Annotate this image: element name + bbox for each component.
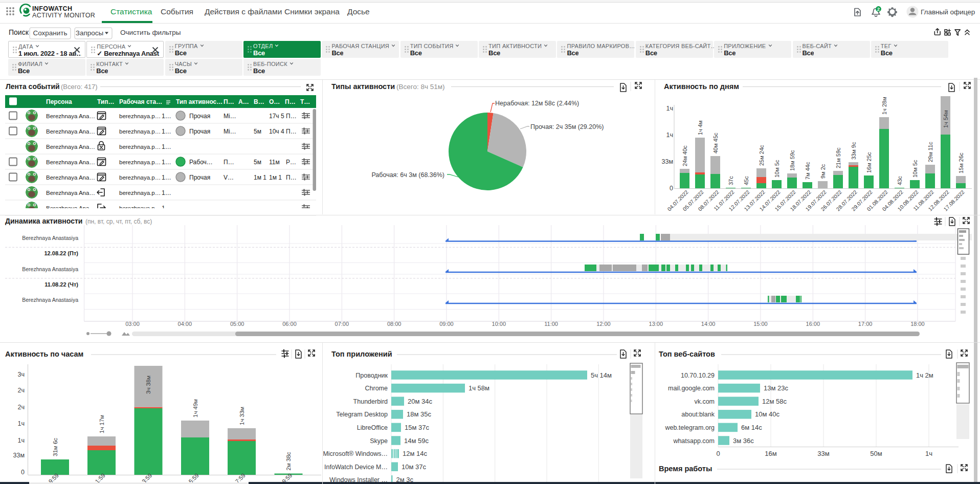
- svg-text:16м: 16м: [765, 450, 776, 457]
- svg-text:12:00: 12:00: [596, 321, 611, 327]
- svg-text:Microsoft® Windows…: Microsoft® Windows…: [323, 450, 388, 457]
- svg-text:24м 40с: 24м 40с: [682, 145, 688, 166]
- svg-text:Mi…: Mi…: [224, 113, 236, 120]
- svg-text:web.telegram.org: web.telegram.org: [664, 424, 715, 431]
- svg-text:10м 37с: 10м 37с: [402, 463, 426, 471]
- svg-text:Досье: Досье: [347, 7, 370, 16]
- svg-text:Топ приложений: Топ приложений: [331, 350, 392, 358]
- svg-text:Прочая: Прочая: [189, 113, 210, 120]
- svg-text:05:00: 05:00: [230, 321, 244, 327]
- svg-text:Тип активнос…: Тип активнос…: [176, 98, 222, 105]
- svg-text:12.08.22 (Пт): 12.08.22 (Пт): [44, 250, 79, 256]
- svg-text:berezhnaya.p…: berezhnaya.p…: [119, 174, 161, 181]
- svg-text:6м 14с: 6м 14с: [741, 424, 762, 431]
- svg-text:П…: П…: [224, 159, 234, 166]
- svg-text:П…: П…: [286, 113, 297, 120]
- svg-text:31м 6с: 31м 6с: [52, 438, 58, 456]
- svg-text:1ч 4м: 1ч 4м: [697, 120, 703, 135]
- svg-text:14м 59с: 14м 59с: [404, 437, 429, 445]
- svg-text:2: 2: [877, 6, 880, 12]
- svg-text:Нерабочая: 12м 58с (2.44%): Нерабочая: 12м 58с (2.44%): [495, 100, 579, 107]
- svg-text:Сохранить: Сохранить: [33, 29, 67, 37]
- svg-text:10.70.10.29: 10.70.10.29: [681, 372, 715, 379]
- svg-text:5м: 5м: [254, 128, 261, 135]
- svg-text:20м 34с: 20м 34с: [408, 398, 432, 405]
- svg-text:37с: 37с: [728, 176, 734, 185]
- svg-text:17ч 5: 17ч 5: [269, 113, 284, 120]
- svg-text:08:00: 08:00: [387, 321, 402, 327]
- svg-text:07:00: 07:00: [335, 321, 349, 327]
- svg-text:INFOWATCH: INFOWATCH: [32, 5, 72, 12]
- svg-text:2ч: 2ч: [18, 404, 25, 411]
- svg-text:Прочая: Прочая: [189, 128, 210, 135]
- svg-text:Прочая: Прочая: [189, 174, 210, 181]
- svg-text:0: 0: [716, 450, 720, 457]
- svg-text:(Всего: 8ч 51м): (Всего: 8ч 51м): [396, 83, 444, 91]
- svg-text:25м 24с: 25м 24с: [759, 145, 765, 166]
- svg-text:LibreOffice: LibreOffice: [357, 424, 388, 431]
- svg-text:О…: О…: [269, 98, 280, 105]
- svg-text:29м 11с: 29м 11с: [927, 142, 933, 162]
- svg-text:about:blank: about:blank: [681, 411, 715, 418]
- svg-text:А…: А…: [238, 98, 249, 105]
- svg-text:whatsapp.com: whatsapp.com: [673, 437, 715, 445]
- svg-text:Mi…: Mi…: [224, 128, 236, 135]
- svg-text:5м: 5м: [254, 159, 261, 166]
- svg-text:15м 26с: 15м 26с: [958, 152, 964, 173]
- svg-text:berezhnaya.p…: berezhnaya.p…: [119, 113, 161, 119]
- svg-text:1…: 1…: [162, 143, 171, 150]
- svg-text:15:00: 15:00: [753, 321, 768, 327]
- svg-text:Активность по часам: Активность по часам: [5, 350, 83, 358]
- svg-text:1ч 2м: 1ч 2м: [916, 371, 933, 379]
- svg-text:11:00: 11:00: [544, 321, 558, 327]
- svg-text:berezhnaya.p…: berezhnaya.p…: [119, 159, 161, 165]
- svg-text:Berezhnaya Ana…: Berezhnaya Ana…: [46, 113, 95, 119]
- svg-text:0: 0: [670, 185, 673, 192]
- svg-text:1ч: 1ч: [18, 420, 25, 427]
- svg-text:1ч 49м: 1ч 49м: [192, 399, 198, 417]
- svg-text:40м 45с: 40м 45с: [712, 133, 719, 153]
- svg-text:13м 23с: 13м 23с: [764, 384, 788, 392]
- svg-text:Проводник: Проводник: [355, 372, 388, 379]
- svg-text:16м 25с: 16м 25с: [866, 152, 872, 173]
- svg-text:Типы активности: Типы активности: [331, 82, 395, 91]
- svg-text:10м 5с: 10м 5с: [912, 160, 918, 178]
- svg-text:Действия с файлами: Действия с файлами: [205, 7, 282, 16]
- svg-text:V…: V…: [224, 174, 234, 181]
- svg-text:11.08.22 (Чт): 11.08.22 (Чт): [44, 281, 78, 288]
- svg-text:2ч: 2ч: [18, 387, 25, 394]
- svg-text:1…: 1…: [162, 189, 171, 196]
- svg-text:14:00: 14:00: [701, 321, 716, 327]
- svg-text:17:00: 17:00: [858, 321, 873, 327]
- svg-text:Тип…: Тип…: [97, 98, 115, 105]
- svg-text:Очистить фильтры: Очистить фильтры: [120, 29, 181, 36]
- svg-text:21м 59с: 21м 59с: [835, 147, 841, 168]
- svg-text:3ч 38м: 3ч 38м: [145, 376, 151, 394]
- svg-text:(пн, вт, ср, чт, пт, сб, вс): (пн, вт, ср, чт, пт, сб, вс): [85, 218, 152, 225]
- svg-text:03:00: 03:00: [125, 321, 140, 327]
- svg-text:18м 59с: 18м 59с: [789, 150, 795, 171]
- svg-text:Лента событий: Лента событий: [6, 82, 60, 91]
- svg-text:berezhnaya.p…: berezhnaya.p…: [119, 144, 161, 150]
- svg-text:1…: 1…: [162, 128, 171, 135]
- svg-text:Chrome: Chrome: [365, 385, 388, 392]
- svg-text:Прочая: 2ч 35м (29.20%): Прочая: 2ч 35м (29.20%): [530, 123, 604, 130]
- svg-text:Berezhnaya Ana…: Berezhnaya Ana…: [46, 144, 95, 150]
- svg-text:1ч 54м: 1ч 54м: [943, 110, 949, 128]
- svg-text:ACTIVITY MONITOR: ACTIVITY MONITOR: [32, 12, 95, 19]
- svg-text:Рабочая ста…: Рабочая ста…: [119, 98, 162, 105]
- svg-text:45с: 45с: [743, 176, 749, 185]
- svg-text:10ч 4: 10ч 4: [269, 128, 284, 135]
- svg-text:berezhnaya.p…: berezhnaya.p…: [119, 190, 161, 196]
- svg-text:1ч 58м: 1ч 58м: [469, 384, 489, 392]
- svg-text:11м: 11м: [269, 159, 280, 166]
- svg-text:Рабочая: 6ч 3м (68.36%): Рабочая: 6ч 3м (68.36%): [371, 171, 444, 179]
- svg-text:Thunderbird: Thunderbird: [353, 398, 388, 405]
- svg-text:Снимки экрана: Снимки экрана: [284, 7, 340, 16]
- svg-text:1ч: 1ч: [925, 450, 932, 457]
- svg-text:13:00: 13:00: [649, 321, 663, 327]
- svg-text:1…: 1…: [162, 159, 171, 166]
- svg-text:18м 35с: 18м 35с: [407, 410, 431, 418]
- svg-text:1ч 17м: 1ч 17м: [99, 415, 105, 433]
- svg-text:Berezhnaya Anastasiya: Berezhnaya Anastasiya: [22, 297, 78, 303]
